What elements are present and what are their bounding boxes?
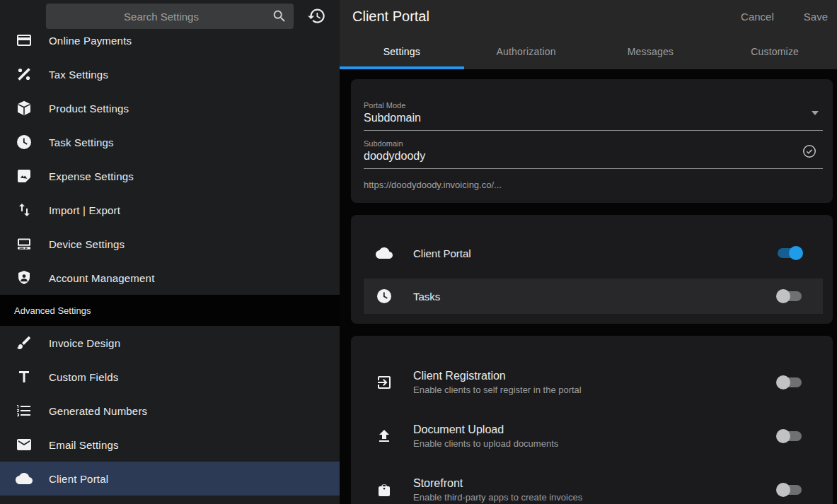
tab-authorization[interactable]: Authorization xyxy=(464,33,589,69)
sidebar-item-label: Device Settings xyxy=(49,238,125,250)
option-text: StorefrontEnable third-party apps to cre… xyxy=(413,477,776,503)
settings-menu: Online PaymentsTax SettingsProduct Setti… xyxy=(0,0,340,504)
numbered-list-icon xyxy=(16,402,33,419)
tab-label: Messages xyxy=(628,46,674,57)
sidebar-item-task-settings[interactable]: Task Settings xyxy=(0,125,340,159)
subdomain-label: Subdomain xyxy=(364,139,802,148)
portal-mode-value: Subdomain xyxy=(364,112,812,124)
page-title: Client Portal xyxy=(352,8,741,25)
toggle-thumb xyxy=(776,375,790,389)
option-text: Client RegistrationEnable clients to sel… xyxy=(413,370,776,395)
appbar: Client Portal Cancel Save SettingsAuthor… xyxy=(340,0,837,69)
percent-icon xyxy=(16,66,33,83)
save-button[interactable]: Save xyxy=(804,11,828,23)
portal-mode-select[interactable]: Portal Mode Subdomain xyxy=(351,79,833,124)
sidebar-item-label: Expense Settings xyxy=(49,170,134,182)
text-icon xyxy=(16,368,33,385)
tab-label: Settings xyxy=(383,46,420,57)
sidebar-item-invoice-design[interactable]: Invoice Design xyxy=(0,326,340,360)
tab-label: Customize xyxy=(751,46,799,57)
sidebar-item-label: Custom Fields xyxy=(49,371,118,383)
option-description: Enable clients to self register in the p… xyxy=(413,385,776,395)
subdomain-field-main: Subdomain xyxy=(364,139,802,163)
sidebar-section-header: Advanced Settings xyxy=(0,295,340,326)
storefront-icon xyxy=(376,481,393,498)
module-row-tasks[interactable]: Tasks xyxy=(364,279,823,314)
portal-config-card: Portal Mode Subdomain Subdomain https://… xyxy=(351,79,833,203)
settings-sidebar: Online PaymentsTax SettingsProduct Setti… xyxy=(0,0,340,504)
settings-content: Portal Mode Subdomain Subdomain https://… xyxy=(340,69,837,504)
subdomain-input[interactable] xyxy=(364,150,802,163)
toggle-switch[interactable] xyxy=(776,289,803,303)
search-icon xyxy=(272,8,287,24)
sidebar-item-label: Account Management xyxy=(49,272,155,284)
portal-options-card: Client RegistrationEnable clients to sel… xyxy=(351,336,833,504)
sidebar-item-product-settings[interactable]: Product Settings xyxy=(0,91,340,125)
check-circle-icon xyxy=(802,143,817,159)
sidebar-item-label: Generated Numbers xyxy=(49,405,147,417)
sidebar-item-tax-settings[interactable]: Tax Settings xyxy=(0,57,340,91)
toggle-thumb xyxy=(776,289,790,303)
tab-customize[interactable]: Customize xyxy=(712,33,837,69)
cloud-icon xyxy=(376,245,393,262)
toggle-thumb xyxy=(776,429,790,443)
dropdown-caret-icon xyxy=(812,111,819,115)
sidebar-item-device-settings[interactable]: Device Settings xyxy=(0,227,340,261)
toggle-thumb xyxy=(776,483,790,497)
tab-bar: SettingsAuthorizationMessagesCustomize xyxy=(340,33,837,69)
sidebar-item-label: Online Payments xyxy=(49,35,132,47)
sidebar-search-row xyxy=(0,0,340,33)
brush-icon xyxy=(16,334,33,351)
tab-label: Authorization xyxy=(496,46,555,57)
search-box xyxy=(46,4,294,29)
tab-settings[interactable]: Settings xyxy=(340,33,464,69)
appbar-top: Client Portal Cancel Save xyxy=(340,0,837,33)
option-row-client-registration[interactable]: Client RegistrationEnable clients to sel… xyxy=(351,356,833,409)
search-input[interactable] xyxy=(46,4,294,29)
cube-icon xyxy=(16,100,33,117)
tab-messages[interactable]: Messages xyxy=(589,33,713,69)
portal-mode-field: Portal Mode Subdomain xyxy=(364,101,812,124)
sidebar-item-label: Client Portal xyxy=(49,473,108,485)
sidebar-item-email-settings[interactable]: Email Settings xyxy=(0,428,340,462)
sidebar-item-client-portal[interactable]: Client Portal xyxy=(0,462,340,496)
sidebar-item-generated-numbers[interactable]: Generated Numbers xyxy=(0,394,340,428)
sidebar-item-import-export[interactable]: Import | Export xyxy=(0,193,340,227)
shield-person-icon xyxy=(16,269,33,286)
sidebar-item-label: Email Settings xyxy=(49,439,119,451)
sidebar-item-label: Invoice Design xyxy=(49,337,120,349)
module-row-client-portal[interactable]: Client Portal xyxy=(351,232,833,274)
login-icon xyxy=(376,374,393,391)
appbar-actions: Cancel Save xyxy=(741,11,828,23)
upload-icon xyxy=(376,428,393,445)
sidebar-item-label: Import | Export xyxy=(49,204,120,216)
credit-card-icon xyxy=(16,32,33,49)
sidebar-item-expense-settings[interactable]: Expense Settings xyxy=(0,159,340,193)
cloud-icon xyxy=(16,470,33,487)
history-icon[interactable] xyxy=(307,6,326,25)
toggle-switch[interactable] xyxy=(776,483,803,497)
mail-icon xyxy=(16,436,33,453)
option-description: Enable third-party apps to create invoic… xyxy=(413,492,776,503)
import-export-icon xyxy=(16,201,33,218)
sidebar-item-custom-fields[interactable]: Custom Fields xyxy=(0,360,340,394)
option-title: Document Upload xyxy=(413,423,776,436)
sidebar-item-label: Product Settings xyxy=(49,102,129,115)
option-row-storefront[interactable]: StorefrontEnable third-party apps to cre… xyxy=(351,463,833,504)
toggle-switch[interactable] xyxy=(776,429,803,443)
device-icon xyxy=(16,235,33,252)
option-text: Document UploadEnable clients to upload … xyxy=(413,423,776,449)
client-portal-panel: Client Portal Cancel Save SettingsAuthor… xyxy=(340,0,837,504)
portal-url-preview: https://doodydoody.invoicing.co/... xyxy=(351,169,833,203)
subdomain-field: Subdomain xyxy=(351,131,833,163)
option-row-document-upload[interactable]: Document UploadEnable clients to upload … xyxy=(351,409,833,463)
sidebar-item-account-management[interactable]: Account Management xyxy=(0,261,340,295)
toggle-switch[interactable] xyxy=(776,375,803,389)
module-label: Client Portal xyxy=(413,247,776,259)
toggle-thumb xyxy=(789,246,803,260)
cancel-button[interactable]: Cancel xyxy=(741,11,774,23)
option-title: Storefront xyxy=(413,477,776,490)
option-title: Client Registration xyxy=(413,370,776,382)
portal-modules-card: Client PortalTasks xyxy=(351,215,833,324)
toggle-switch[interactable] xyxy=(776,246,803,260)
